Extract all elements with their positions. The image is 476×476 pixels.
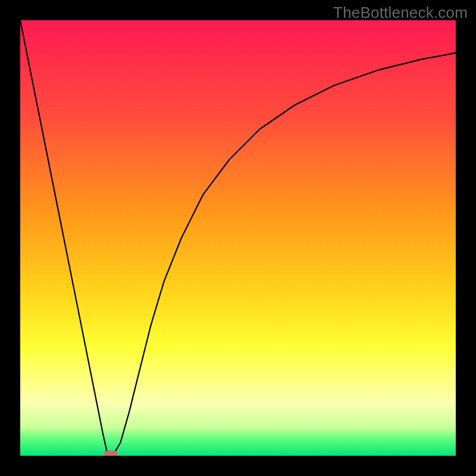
plot-area [20,20,456,456]
gradient-background [20,20,456,456]
optimal-marker [104,451,117,456]
chart-frame: TheBottleneck.com [0,0,476,476]
watermark-text: TheBottleneck.com [333,4,468,22]
chart-svg [20,20,456,456]
